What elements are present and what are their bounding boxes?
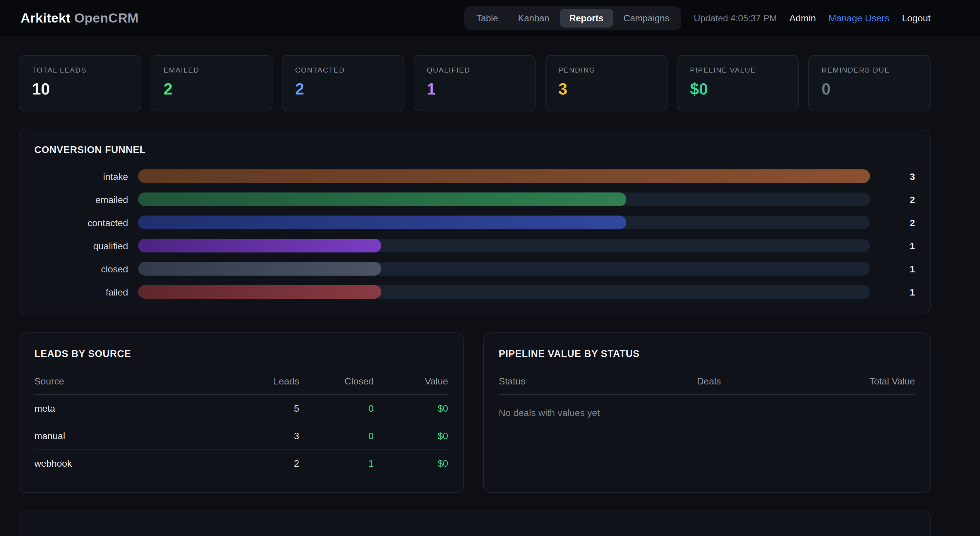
total-value-header: Total Value (778, 369, 915, 394)
crm-dashboard: ArkitektOpenCRM TableKanbanReportsCampai… (0, 0, 980, 536)
stat-card-total-leads: TOTAL LEADS10 (19, 55, 141, 111)
funnel-rows: intake3emailed2contacted2qualified1close… (34, 169, 915, 299)
logged-in-user: Admin (789, 13, 816, 23)
brand-primary: Arkitekt (21, 10, 70, 25)
funnel-bar-track (138, 285, 870, 299)
funnel-bar-track (138, 169, 870, 183)
tab-kanban[interactable]: Kanban (509, 8, 558, 27)
brand-secondary: OpenCRM (74, 10, 139, 25)
deals-header: Deals (640, 369, 778, 394)
funnel-stage-count: 2 (880, 194, 915, 205)
leads-cell: 2 (221, 450, 299, 477)
funnel-stage-label: closed (34, 263, 128, 274)
stat-value: 2 (295, 79, 391, 99)
partial-next-panel (19, 511, 931, 536)
leads-by-source-title: LEADS BY SOURCE (34, 348, 448, 359)
funnel-bar-track (138, 262, 870, 275)
manage-users-link[interactable]: Manage Users (829, 13, 889, 23)
stat-card-pending: PENDING3 (545, 55, 668, 111)
funnel-bar-track (138, 239, 870, 253)
funnel-bar-fill (138, 285, 381, 299)
stat-card-emailed: EMAILED2 (150, 55, 273, 111)
leads-source-row-manual: manual30$0 (34, 422, 448, 450)
pipeline-value-table: Status Deals Total Value (499, 369, 915, 395)
funnel-bar-fill (138, 169, 870, 183)
funnel-title: CONVERSION FUNNEL (34, 144, 915, 155)
leads-by-source-header-row: Source Leads Closed Value (34, 369, 448, 394)
stat-value: 0 (821, 79, 917, 99)
stat-card-contacted: CONTACTED2 (282, 55, 404, 111)
stat-value: 2 (164, 79, 259, 99)
funnel-row-emailed: emailed2 (34, 192, 915, 206)
stat-card-qualified: QUALIFIED1 (414, 55, 536, 111)
leads-cell: 5 (221, 395, 299, 422)
status-header: Status (499, 369, 640, 394)
closed-cell: 0 (299, 395, 373, 422)
leads-by-source-panel: LEADS BY SOURCE Source Leads Closed Valu… (19, 332, 464, 493)
stat-label: PIPELINE VALUE (690, 66, 786, 74)
stat-card-reminders-due: REMINDERS DUE0 (808, 55, 931, 111)
funnel-stage-count: 3 (880, 171, 915, 181)
stat-label: REMINDERS DUE (821, 66, 917, 74)
source-cell: webhook (34, 450, 220, 477)
tab-reports[interactable]: Reports (560, 8, 613, 27)
stat-value: 3 (558, 79, 654, 99)
leads-source-row-webhook: webhook21$0 (34, 450, 448, 477)
funnel-row-closed: closed1 (34, 262, 915, 275)
stat-label: TOTAL LEADS (32, 66, 128, 74)
closed-cell: 0 (299, 422, 373, 450)
stat-value: 10 (32, 79, 128, 99)
funnel-row-intake: intake3 (34, 169, 915, 183)
funnel-bar-fill (138, 262, 381, 275)
closed-cell: 1 (299, 450, 373, 477)
logout-button[interactable]: Logout (902, 13, 931, 23)
funnel-row-failed: failed1 (34, 285, 915, 299)
value-cell: $0 (374, 395, 448, 422)
value-cell: $0 (374, 422, 448, 450)
bottom-panels: LEADS BY SOURCE Source Leads Closed Valu… (19, 332, 931, 493)
app-brand: ArkitektOpenCRM (21, 10, 138, 25)
funnel-stage-label: contacted (34, 217, 128, 227)
funnel-bar-track (138, 216, 870, 229)
stat-label: QUALIFIED (426, 66, 523, 74)
value-cell: $0 (374, 450, 448, 477)
leads-source-row-meta: meta50$0 (34, 395, 448, 422)
funnel-bar-track (138, 192, 870, 206)
funnel-row-qualified: qualified1 (34, 239, 915, 253)
stat-value: 1 (426, 79, 523, 99)
tab-table[interactable]: Table (467, 8, 508, 27)
leads-by-source-tbody: meta50$0manual30$0webhook21$0 (34, 395, 448, 477)
funnel-stage-count: 1 (880, 263, 915, 274)
funnel-stage-count: 1 (880, 286, 915, 297)
funnel-bar-fill (138, 239, 381, 253)
funnel-stage-label: intake (34, 171, 128, 181)
value-header: Value (374, 369, 448, 394)
stats-row: TOTAL LEADS10EMAILED2CONTACTED2QUALIFIED… (19, 55, 931, 111)
funnel-bar-fill (138, 216, 626, 229)
funnel-stage-count: 1 (880, 240, 915, 251)
funnel-row-contacted: contacted2 (34, 216, 915, 229)
stat-label: EMAILED (164, 66, 259, 74)
pipeline-value-header-row: Status Deals Total Value (499, 369, 915, 394)
source-cell: manual (34, 422, 220, 450)
view-tabs: TableKanbanReportsCampaigns (465, 6, 681, 30)
pipeline-empty-message: No deals with values yet (499, 407, 915, 418)
funnel-stage-label: qualified (34, 240, 128, 251)
source-cell: meta (34, 395, 220, 422)
tab-campaigns[interactable]: Campaigns (614, 8, 679, 27)
stat-card-pipeline-value: PIPELINE VALUE$0 (677, 55, 799, 111)
funnel-stage-count: 2 (880, 217, 915, 227)
source-header: Source (34, 369, 220, 394)
top-navbar: ArkitektOpenCRM TableKanbanReportsCampai… (0, 0, 980, 36)
funnel-stage-label: failed (34, 286, 128, 297)
conversion-funnel-panel: CONVERSION FUNNEL intake3emailed2contact… (19, 129, 931, 314)
navbar-right-cluster: TableKanbanReportsCampaigns Updated 4:05… (465, 6, 931, 30)
funnel-stage-label: emailed (34, 194, 128, 205)
stat-label: CONTACTED (295, 66, 391, 74)
leads-cell: 3 (221, 422, 299, 450)
closed-header: Closed (299, 369, 373, 394)
funnel-bar-fill (138, 192, 626, 206)
stat-label: PENDING (558, 66, 654, 74)
last-updated-text: Updated 4:05:37 PM (694, 13, 777, 23)
leads-header: Leads (221, 369, 299, 394)
